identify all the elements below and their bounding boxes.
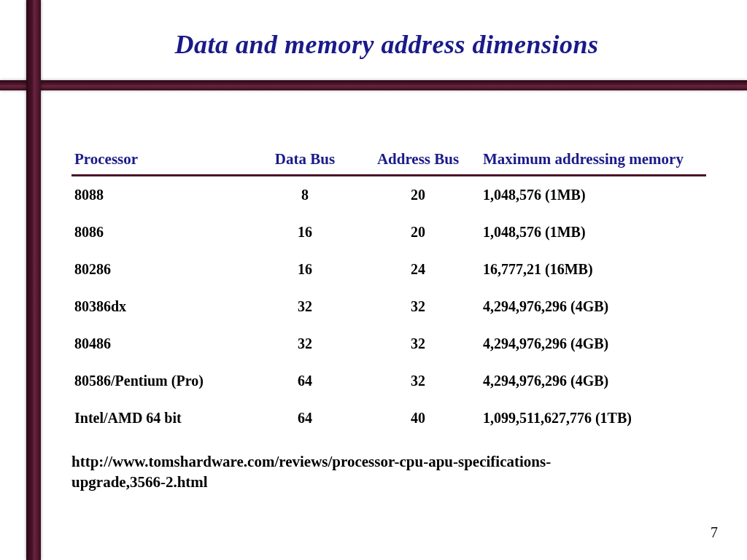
table-row: Intel/AMD 64 bit 64 40 1,099,511,627,776… (71, 400, 706, 437)
content-area: Processor Data Bus Address Bus Maximum a… (71, 146, 706, 493)
cell-data-bus: 8 (254, 176, 356, 214)
cell-processor: 80486 (71, 325, 254, 362)
cell-processor: 80586/Pentium (Pro) (71, 362, 254, 400)
processor-table: Processor Data Bus Address Bus Maximum a… (71, 146, 706, 437)
cell-max-mem: 1,048,576 (1MB) (480, 214, 706, 251)
cell-data-bus: 32 (254, 288, 356, 325)
cell-data-bus: 64 (254, 400, 356, 437)
cell-address-bus: 24 (356, 251, 480, 288)
cell-processor: 80286 (71, 251, 254, 288)
source-url: http://www.tomshardware.com/reviews/proc… (71, 451, 597, 493)
table-row: 8086 16 20 1,048,576 (1MB) (71, 214, 706, 251)
cell-data-bus: 16 (254, 214, 356, 251)
vertical-divider (26, 0, 41, 560)
table-header-row: Processor Data Bus Address Bus Maximum a… (71, 146, 706, 174)
page-number: 7 (711, 524, 718, 541)
header-address-bus: Address Bus (356, 146, 480, 174)
cell-address-bus: 32 (356, 288, 480, 325)
slide-title: Data and memory address dimensions (44, 29, 729, 60)
table-row: 8088 8 20 1,048,576 (1MB) (71, 176, 706, 214)
cell-max-mem: 4,294,976,296 (4GB) (480, 362, 706, 400)
cell-address-bus: 20 (356, 214, 480, 251)
table-row: 80286 16 24 16,777,21 (16MB) (71, 251, 706, 288)
header-max-mem: Maximum addressing memory (480, 146, 706, 174)
cell-address-bus: 20 (356, 176, 480, 214)
cell-address-bus: 40 (356, 400, 480, 437)
table-row: 80486 32 32 4,294,976,296 (4GB) (71, 325, 706, 362)
cell-max-mem: 4,294,976,296 (4GB) (480, 325, 706, 362)
cell-processor: 8086 (71, 214, 254, 251)
cell-address-bus: 32 (356, 325, 480, 362)
table-row: 80586/Pentium (Pro) 64 32 4,294,976,296 … (71, 362, 706, 400)
cell-max-mem: 1,048,576 (1MB) (480, 176, 706, 214)
cell-processor: 80386dx (71, 288, 254, 325)
header-data-bus: Data Bus (254, 146, 356, 174)
cell-max-mem: 16,777,21 (16MB) (480, 251, 706, 288)
cell-max-mem: 1,099,511,627,776 (1TB) (480, 400, 706, 437)
cell-address-bus: 32 (356, 362, 480, 400)
cell-processor: Intel/AMD 64 bit (71, 400, 254, 437)
header-processor: Processor (71, 146, 254, 174)
cell-max-mem: 4,294,976,296 (4GB) (480, 288, 706, 325)
table-row: 80386dx 32 32 4,294,976,296 (4GB) (71, 288, 706, 325)
cell-processor: 8088 (71, 176, 254, 214)
cell-data-bus: 32 (254, 325, 356, 362)
cell-data-bus: 64 (254, 362, 356, 400)
horizontal-divider (0, 80, 747, 90)
cell-data-bus: 16 (254, 251, 356, 288)
